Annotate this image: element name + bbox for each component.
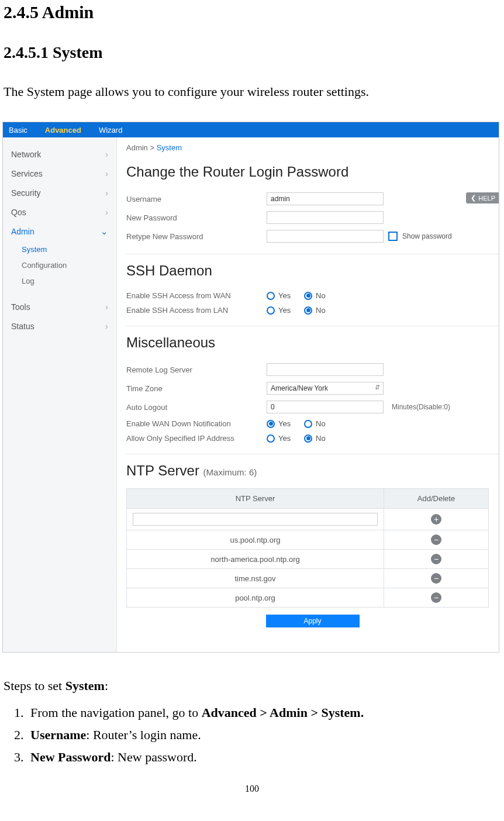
radio-label: No <box>316 291 326 300</box>
steps-list: From the navigation panel, go to Advance… <box>4 702 499 768</box>
delete-icon[interactable]: − <box>431 573 441 584</box>
breadcrumb-current: System <box>157 143 182 152</box>
apply-button[interactable]: Apply <box>266 615 360 627</box>
row-username: Username <box>126 189 499 208</box>
auto-logout-input[interactable] <box>267 401 384 413</box>
ntp-server-cell: pool.ntp.org <box>127 588 384 608</box>
row-timezone: Time Zone America/New York <box>126 379 499 398</box>
section-ssh-title: SSH Daemon <box>126 263 499 279</box>
sidebar-item-qos[interactable]: Qos › <box>3 202 116 222</box>
sidebar-item-tools[interactable]: Tools › <box>3 297 116 316</box>
new-password-input[interactable] <box>267 211 384 224</box>
label-auto-logout: Auto Logout <box>126 403 267 412</box>
radio-icon <box>304 434 312 443</box>
sidebar-item-services[interactable]: Services › <box>3 164 116 183</box>
sidebar-item-status[interactable]: Status › <box>3 316 116 336</box>
row-ssh-lan: Enable SSH Access from LAN Yes No <box>126 303 499 318</box>
label-wan-down: Enable WAN Down Notification <box>126 419 267 428</box>
sidebar-item-label: Status <box>11 322 34 331</box>
username-input[interactable] <box>267 192 384 205</box>
tab-advanced[interactable]: Advanced <box>45 126 81 134</box>
steps-intro: Steps to set System: <box>4 678 499 694</box>
show-password-checkbox[interactable] <box>388 232 398 241</box>
ntp-title-main: NTP Server <box>126 463 203 478</box>
router-admin-screenshot: Basic Advanced Wizard ❮ HELP Network › S… <box>2 122 499 653</box>
radio-label: No <box>316 419 326 428</box>
ntp-server-input[interactable] <box>133 513 377 526</box>
text: From the navigation panel, go to <box>30 705 202 720</box>
radio-label: Yes <box>278 434 291 443</box>
label-username: Username <box>126 195 267 203</box>
row-remote-log: Remote Log Server <box>126 360 499 379</box>
show-password-label: Show password <box>402 232 452 240</box>
ntp-server-cell: north-america.pool.ntp.org <box>127 550 384 569</box>
ntp-row: north-america.pool.ntp.org − <box>127 550 489 569</box>
text-bold: Advanced > Admin > System. <box>202 705 364 720</box>
radio-icon <box>267 434 275 443</box>
retype-password-input[interactable] <box>267 230 384 243</box>
text: : <box>105 678 108 693</box>
sidebar-sub-configuration[interactable]: Configuration <box>3 257 116 273</box>
add-icon[interactable]: + <box>431 514 441 525</box>
chevron-right-icon: › <box>105 188 108 198</box>
timezone-select[interactable]: America/New York <box>267 382 384 395</box>
intro-paragraph: The System page allows you to configure … <box>4 84 499 99</box>
chevron-right-icon: › <box>105 168 108 178</box>
ssh-lan-yes[interactable]: Yes <box>267 306 299 315</box>
delete-icon[interactable]: − <box>431 554 441 564</box>
wan-down-yes[interactable]: Yes <box>267 419 299 428</box>
breadcrumb: Admin > System <box>126 143 499 152</box>
radio-label: Yes <box>278 306 291 315</box>
ssh-wan-no[interactable]: No <box>304 291 337 300</box>
label-allow-ip: Allow Only Specified IP Address <box>126 434 267 443</box>
sidebar-item-network[interactable]: Network › <box>3 144 116 164</box>
ssh-lan-no[interactable]: No <box>304 306 337 315</box>
sidebar-sub-system[interactable]: System <box>3 242 116 257</box>
remote-log-input[interactable] <box>267 363 384 376</box>
sidebar-item-label: Security <box>11 188 41 198</box>
ntp-server-cell: time.nst.gov <box>127 569 384 588</box>
sidebar-item-label: Services <box>11 169 43 178</box>
ntp-row: time.nst.gov − <box>127 569 489 588</box>
row-wan-down: Enable WAN Down Notification Yes No <box>126 416 499 431</box>
auto-logout-note: Minutes(Disable:0) <box>392 403 450 411</box>
label-new-password: New Password <box>126 213 267 222</box>
ntp-input-row: + <box>127 509 489 530</box>
row-allow-ip: Allow Only Specified IP Address Yes No <box>126 431 499 446</box>
delete-icon[interactable]: − <box>431 534 441 545</box>
chevron-right-icon: › <box>105 207 108 217</box>
section-login-password-title: Change the Router Login Password <box>126 164 499 180</box>
radio-icon <box>267 306 275 315</box>
ntp-title-sub: (Maximum: 6) <box>203 467 257 477</box>
sidebar-item-label: Qos <box>11 208 26 217</box>
sidebar-sub-log[interactable]: Log <box>3 273 116 289</box>
allow-ip-yes[interactable]: Yes <box>267 434 299 443</box>
label-remote-log: Remote Log Server <box>126 365 267 374</box>
sidebar: Network › Services › Security › Qos › Ad… <box>3 137 117 652</box>
tab-wizard[interactable]: Wizard <box>99 126 122 134</box>
row-new-password: New Password <box>126 208 499 227</box>
page-number: 100 <box>0 784 504 794</box>
breadcrumb-parent: Admin > <box>126 143 157 152</box>
sidebar-item-security[interactable]: Security › <box>3 183 116 202</box>
sidebar-item-admin[interactable]: Admin ⌄ <box>3 222 116 242</box>
label-ssh-wan: Enable SSH Access from WAN <box>126 291 267 300</box>
ssh-wan-yes[interactable]: Yes <box>267 291 299 300</box>
radio-icon <box>267 292 275 300</box>
chevron-right-icon: › <box>105 321 108 331</box>
delete-icon[interactable]: − <box>431 592 441 603</box>
tab-basic[interactable]: Basic <box>9 126 27 134</box>
step-item: From the navigation panel, go to Advance… <box>27 702 499 724</box>
label-timezone: Time Zone <box>126 384 267 393</box>
radio-label: Yes <box>278 291 291 300</box>
wan-down-no[interactable]: No <box>304 419 337 428</box>
th-add-delete: Add/Delete <box>384 489 489 509</box>
sidebar-item-label: Admin <box>11 227 34 236</box>
allow-ip-no[interactable]: No <box>304 434 337 443</box>
radio-icon <box>304 292 312 300</box>
step-item: Username: Router’s login name. <box>27 724 499 746</box>
radio-icon <box>267 420 275 428</box>
text-bold: System <box>65 678 105 693</box>
section-heading: 2.4.5 Admin <box>4 2 499 22</box>
text: Steps to set <box>4 678 65 693</box>
